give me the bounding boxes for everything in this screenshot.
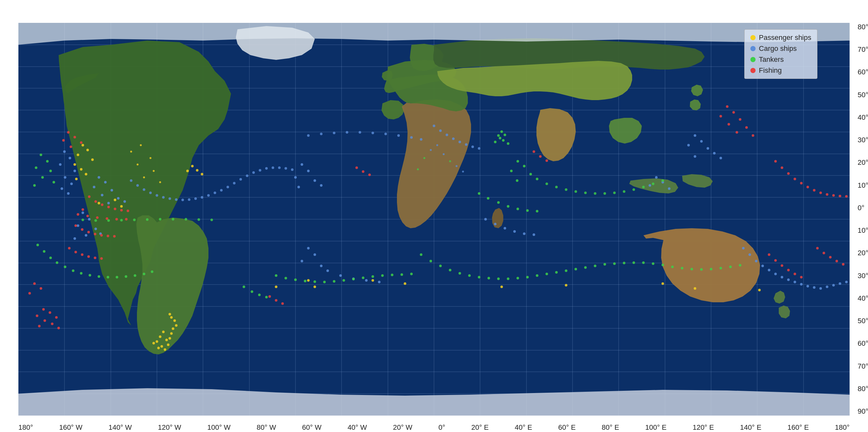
svg-point-87 xyxy=(67,192,70,195)
svg-point-290 xyxy=(94,233,96,235)
svg-point-341 xyxy=(246,174,248,177)
svg-point-297 xyxy=(87,255,90,258)
svg-point-264 xyxy=(70,145,72,148)
svg-point-288 xyxy=(81,228,84,231)
svg-point-140 xyxy=(774,273,777,275)
svg-point-365 xyxy=(143,176,145,178)
svg-point-192 xyxy=(681,267,683,269)
svg-point-362 xyxy=(150,157,151,159)
lon-label-60e: 60° E xyxy=(558,423,576,432)
svg-point-400 xyxy=(456,165,458,167)
svg-point-378 xyxy=(652,182,654,185)
svg-point-391 xyxy=(500,130,503,133)
svg-point-324 xyxy=(136,184,139,187)
lon-label-100e: 100° E xyxy=(645,423,666,432)
svg-point-62 xyxy=(172,327,174,330)
svg-point-42 xyxy=(91,158,94,161)
svg-point-287 xyxy=(74,224,77,227)
svg-point-147 xyxy=(819,287,822,290)
svg-point-126 xyxy=(687,144,690,146)
svg-point-243 xyxy=(739,118,741,121)
svg-point-377 xyxy=(642,186,645,188)
svg-point-143 xyxy=(794,281,796,283)
svg-point-320 xyxy=(355,166,358,169)
svg-point-213 xyxy=(410,273,413,275)
svg-point-225 xyxy=(64,266,66,268)
svg-point-328 xyxy=(162,196,165,199)
svg-point-353 xyxy=(133,219,136,221)
svg-point-50 xyxy=(201,173,203,175)
svg-point-370 xyxy=(575,190,577,193)
svg-point-170 xyxy=(468,274,471,277)
svg-point-409 xyxy=(384,133,387,135)
svg-point-387 xyxy=(478,147,480,150)
svg-point-263 xyxy=(80,141,83,144)
svg-point-74 xyxy=(404,282,406,285)
svg-point-78 xyxy=(694,287,696,290)
svg-point-187 xyxy=(632,261,635,264)
svg-point-180 xyxy=(565,269,567,272)
svg-point-54 xyxy=(156,340,158,343)
svg-point-174 xyxy=(507,277,509,280)
svg-point-169 xyxy=(459,272,461,274)
svg-point-218 xyxy=(41,176,44,179)
svg-point-237 xyxy=(251,290,253,293)
svg-point-280 xyxy=(49,311,51,314)
svg-point-292 xyxy=(107,235,109,237)
svg-point-109 xyxy=(307,247,310,250)
svg-point-395 xyxy=(436,144,438,146)
svg-point-405 xyxy=(333,132,335,134)
svg-point-392 xyxy=(497,134,500,137)
svg-point-75 xyxy=(500,286,503,288)
svg-point-326 xyxy=(149,192,152,194)
lon-label-180e: 180° xyxy=(835,423,849,432)
svg-point-85 xyxy=(70,182,73,185)
svg-point-349 xyxy=(82,219,84,221)
svg-point-318 xyxy=(40,287,42,290)
svg-point-254 xyxy=(813,189,815,192)
svg-point-117 xyxy=(378,281,380,283)
svg-point-209 xyxy=(371,275,374,278)
svg-point-191 xyxy=(671,266,674,268)
svg-point-255 xyxy=(819,192,822,194)
lat-label-80s: 80° S xyxy=(858,385,868,393)
svg-point-329 xyxy=(168,197,171,200)
passenger-color-dot xyxy=(750,35,755,40)
svg-point-69 xyxy=(120,205,123,208)
svg-point-250 xyxy=(787,172,790,175)
svg-point-203 xyxy=(313,280,316,283)
lon-label-160w: 160° W xyxy=(59,423,82,432)
map-wrapper: Passenger ships Cargo ships Tankers Fish… xyxy=(19,23,849,416)
svg-point-156 xyxy=(536,178,538,180)
svg-point-39 xyxy=(82,144,84,146)
svg-point-88 xyxy=(98,176,100,179)
svg-point-193 xyxy=(690,268,693,270)
svg-point-73 xyxy=(371,279,374,282)
lat-label-50n: 50° N xyxy=(858,91,868,99)
svg-point-380 xyxy=(433,125,435,127)
svg-point-407 xyxy=(359,131,361,134)
svg-point-229 xyxy=(98,275,100,278)
svg-point-186 xyxy=(623,262,625,264)
lon-label-140e: 140° E xyxy=(740,423,761,432)
svg-point-244 xyxy=(727,123,730,126)
svg-point-111 xyxy=(301,260,303,262)
svg-point-207 xyxy=(352,278,355,280)
svg-point-200 xyxy=(284,277,287,279)
svg-point-83 xyxy=(73,170,76,172)
map-legend: Passenger ships Cargo ships Tankers Fish… xyxy=(744,29,817,79)
svg-point-383 xyxy=(452,137,455,140)
svg-point-343 xyxy=(259,169,261,172)
svg-point-354 xyxy=(146,218,149,221)
svg-point-360 xyxy=(140,144,142,146)
lon-label-120w: 120° W xyxy=(158,423,181,432)
svg-point-195 xyxy=(710,268,712,270)
svg-point-127 xyxy=(707,147,709,150)
svg-point-385 xyxy=(465,143,467,146)
svg-point-178 xyxy=(546,273,548,275)
svg-point-133 xyxy=(649,184,651,187)
svg-point-384 xyxy=(459,141,461,143)
svg-point-347 xyxy=(284,167,287,170)
svg-point-275 xyxy=(96,216,99,219)
svg-point-364 xyxy=(153,170,155,172)
